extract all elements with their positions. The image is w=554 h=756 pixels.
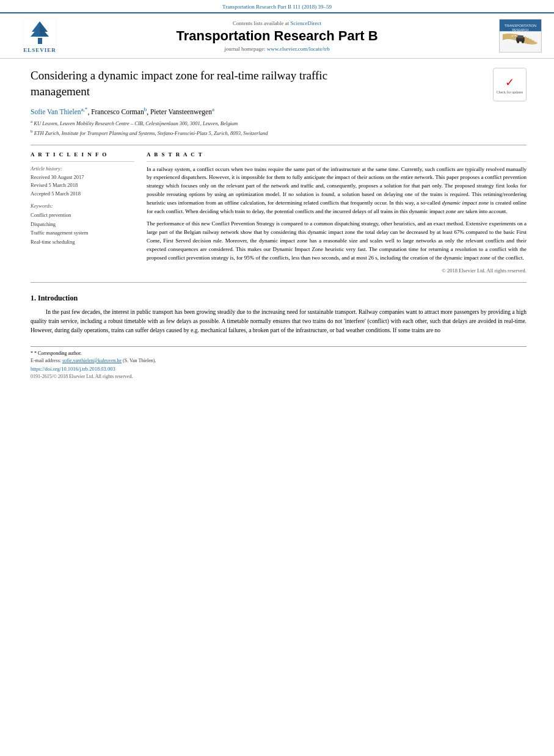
journal-homepage-line: journal homepage: www.elsevier.com/locat…: [73, 46, 481, 52]
check-updates-label: Check for updates: [497, 90, 523, 94]
info-abstract-section: A R T I C L E I N F O Article history: R…: [31, 151, 527, 274]
journal-reference-bar: Transportation Research Part B 111 (2018…: [0, 0, 554, 12]
affiliation-a-text: KU Leuven, Leuven Mobility Research Cent…: [34, 120, 238, 126]
svg-point-13: [522, 41, 524, 43]
elsevier-wordmark: ELSEVIER: [23, 47, 56, 53]
sciencedirect-link[interactable]: ScienceDirect: [291, 20, 321, 26]
journal-reference-text: Transportation Research Part B 111 (2018…: [222, 4, 332, 10]
keyword-4: Real-time scheduling: [31, 238, 134, 246]
doi-link[interactable]: https://doi.org/10.1016/j.trb.2018.03.00…: [31, 366, 527, 372]
journal-homepage-link[interactable]: www.elsevier.com/locate/trb: [267, 46, 330, 52]
contents-available-text: Contents lists available at: [233, 20, 289, 26]
keyword-2: Dispatching: [31, 220, 134, 228]
transport-logo-icon: TRANSPORTATION RESEARCH: [500, 19, 541, 53]
elsevier-logo-area: ELSEVIER: [12, 18, 67, 53]
divider-2: [31, 282, 527, 283]
author-sofie[interactable]: Sofie Van Thielen: [31, 108, 81, 115]
affiliation-b: b ETH Zurich, Institute for Transport Pl…: [31, 129, 527, 137]
intro-body: In the past few decades, the interest in…: [31, 308, 527, 335]
author-sofie-sup: a,*: [81, 106, 88, 112]
journal-header: ELSEVIER Contents lists available at Sci…: [0, 12, 554, 59]
author-email-link[interactable]: sofie.vanthielen@kuleuven.be: [62, 358, 122, 363]
keywords-list: Conflict prevention Dispatching Traffic …: [31, 211, 134, 246]
elsevier-logo: ELSEVIER: [12, 18, 67, 53]
affiliation-b-sup: b: [31, 129, 33, 134]
keyword-3: Traffic management system: [31, 228, 134, 237]
svg-rect-1: [38, 38, 42, 44]
affiliations: a KU Leuven, Leuven Mobility Research Ce…: [31, 119, 527, 137]
svg-text:TRANSPORTATION: TRANSPORTATION: [505, 24, 537, 27]
divider-article-info: [31, 161, 134, 162]
keywords-label: Keywords:: [31, 203, 134, 209]
footer-area: * * Corresponding author. E-mail address…: [31, 346, 527, 385]
email-footnote: E-mail address: sofie.vanthielen@kuleuve…: [31, 358, 527, 363]
transport-research-logo: TRANSPORTATION RESEARCH: [499, 19, 542, 53]
article-info-heading: A R T I C L E I N F O: [31, 151, 134, 158]
abstract-text: In a railway system, a conflict occurs w…: [147, 165, 527, 263]
email-suffix: (S. Van Thielen).: [123, 358, 156, 363]
section-title: 1. Introduction: [31, 294, 527, 303]
article-info-column: A R T I C L E I N F O Article history: R…: [31, 151, 134, 274]
section-title-text: Introduction: [38, 294, 78, 302]
abstract-paragraph-2: The performance of this new Conflict Pre…: [147, 220, 527, 263]
svg-rect-11: [517, 35, 523, 38]
affiliation-b-text: ETH Zurich, Institute for Transport Plan…: [34, 130, 268, 136]
svg-text:RESEARCH: RESEARCH: [512, 29, 529, 32]
introduction-section: 1. Introduction In the past few decades,…: [31, 294, 527, 335]
article-title: Considering a dynamic impact zone for re…: [31, 68, 385, 99]
abstract-heading: A B S T R A C T: [147, 151, 527, 158]
revised-date: Revised 5 March 2018: [31, 181, 134, 190]
copyright-line: © 2018 Elsevier Ltd. All rights reserved…: [147, 267, 527, 274]
check-updates-badge: ✓ Check for updates: [493, 68, 527, 101]
corresponding-author-label: * Corresponding author.: [34, 351, 82, 356]
abstract-paragraph-1: In a railway system, a conflict occurs w…: [147, 165, 527, 217]
author-pieter-sup: a: [212, 106, 214, 112]
journal-title: Transportation Research Part B: [73, 28, 481, 44]
intro-paragraph-1: In the past few decades, the interest in…: [31, 308, 527, 335]
author-separator1: , Francesco Corman: [87, 108, 144, 115]
issn-line: 0191-2615/© 2018 Elsevier Ltd. All right…: [31, 374, 527, 379]
author-pieter: , Pieter Vansteenwegen: [147, 108, 212, 115]
footnote-star: *: [31, 351, 33, 356]
section-number: 1.: [31, 294, 36, 302]
homepage-label: journal homepage:: [224, 46, 265, 52]
keyword-1: Conflict prevention: [31, 211, 134, 219]
email-label: E-mail address:: [31, 358, 61, 363]
received-date: Received 30 August 2017: [31, 173, 134, 182]
elsevier-tree-icon: [23, 18, 57, 46]
transport-logo-area: TRANSPORTATION RESEARCH: [487, 19, 542, 53]
history-dates: Received 30 August 2017 Revised 5 March …: [31, 173, 134, 198]
divider-1: [31, 145, 527, 145]
abstract-column: A B S T R A C T In a railway system, a c…: [147, 151, 527, 274]
affiliation-a-sup: a: [31, 119, 32, 124]
check-updates-icon: ✓: [505, 76, 514, 89]
history-label: Article history:: [31, 165, 134, 172]
journal-center-info: Contents lists available at ScienceDirec…: [73, 20, 481, 52]
divider-abstract: [147, 161, 527, 162]
accepted-date: Accepted 5 March 2018: [31, 190, 134, 198]
svg-point-12: [517, 41, 519, 43]
corresponding-author-marker: * * Corresponding author.: [31, 351, 527, 356]
affiliation-a: a KU Leuven, Leuven Mobility Research Ce…: [31, 119, 527, 128]
article-content: Considering a dynamic impact zone for re…: [0, 59, 554, 394]
title-row: Considering a dynamic impact zone for re…: [31, 68, 527, 106]
authors-line: Sofie Van Thielena,*, Francesco Cormanb,…: [31, 106, 527, 115]
contents-available-line: Contents lists available at ScienceDirec…: [73, 20, 481, 26]
